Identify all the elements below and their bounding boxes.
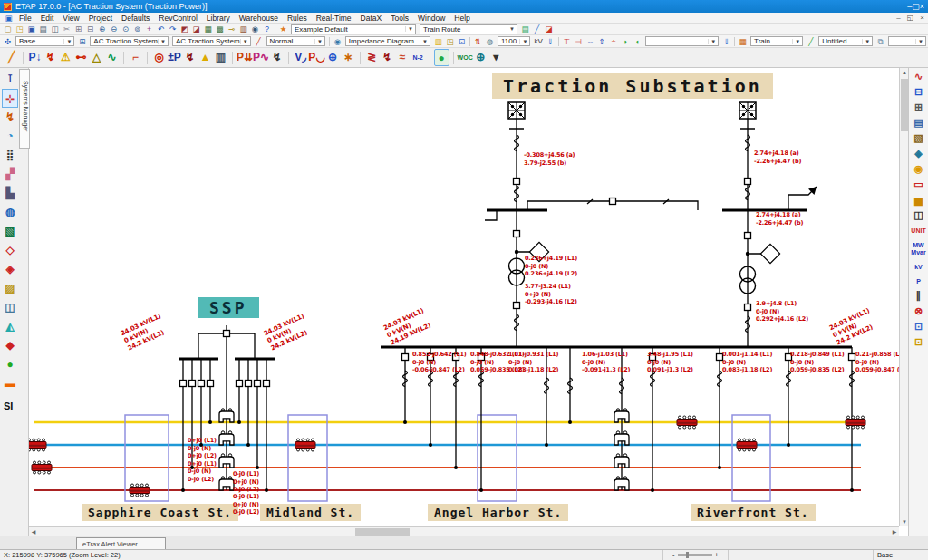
copy-icon[interactable]: ⊞: [72, 24, 84, 34]
globe-view-icon[interactable]: ◍: [2, 203, 18, 222]
edit-tool-icon[interactable]: ╱: [4, 49, 19, 66]
dot-matrix-icon[interactable]: ⣿: [2, 146, 18, 165]
menu-project[interactable]: Project: [84, 14, 117, 23]
pie-view-icon[interactable]: ◔: [2, 127, 18, 146]
monitor-icon[interactable]: ◫: [911, 208, 927, 222]
route-profile-icon[interactable]: ∿: [911, 70, 927, 83]
chevron-down-icon[interactable]: ▼: [405, 26, 415, 32]
voltage-stability-icon[interactable]: V◞: [293, 49, 308, 66]
zoom-slider[interactable]: - +: [663, 550, 729, 560]
globe-icon[interactable]: ⊕: [473, 49, 488, 66]
grid-icon[interactable]: ▦: [202, 24, 214, 34]
redo-icon[interactable]: ↷: [167, 24, 179, 34]
stop-red-icon[interactable]: ⊗: [911, 304, 927, 318]
train-editor-icon[interactable]: ⊟: [911, 85, 927, 99]
chevron-down-icon[interactable]: ▼: [63, 39, 73, 44]
scroll-down-icon[interactable]: ▼: [900, 517, 908, 526]
contingency-icon[interactable]: N-2: [411, 49, 426, 66]
catenary-connectors[interactable]: [219, 409, 629, 490]
route-pin-icon[interactable]: ◈: [911, 147, 927, 160]
woc-icon[interactable]: WOC: [458, 49, 473, 66]
chevron-down-icon[interactable]: ▼: [314, 39, 324, 44]
new-icon[interactable]: ▢: [2, 24, 14, 34]
zoom-out-icon[interactable]: ⊖: [108, 24, 120, 34]
cut-icon[interactable]: ✂: [61, 24, 72, 34]
scroll-left-icon[interactable]: ◀: [29, 527, 38, 536]
blank-combo[interactable]: ▼: [645, 36, 720, 46]
align-mid-icon[interactable]: ⊣: [573, 36, 585, 47]
zoom-out-button[interactable]: -: [672, 551, 675, 559]
size-v-icon[interactable]: ⇕: [596, 36, 608, 47]
scrollbar-thumb[interactable]: [901, 79, 908, 131]
signal-red-icon[interactable]: ◆: [2, 336, 18, 355]
report-yellow-icon[interactable]: ⊡: [911, 335, 927, 349]
annotation-icon[interactable]: ▥: [432, 36, 444, 47]
maximize-button[interactable]: ▢: [912, 2, 920, 11]
find-icon[interactable]: ◉: [249, 24, 261, 34]
chevron-down-icon[interactable]: ▼: [792, 39, 802, 44]
oneline-icon[interactable]: ◩: [179, 24, 190, 34]
train-pair-icon[interactable]: ⊞: [911, 101, 927, 114]
train-combo[interactable]: Train▼: [750, 36, 803, 46]
dc-short-circuit-icon[interactable]: P∿: [253, 49, 269, 66]
composite-icon[interactable]: ◪: [190, 24, 202, 34]
transient-stability-icon[interactable]: ∿: [104, 49, 120, 66]
gradient-icon[interactable]: ◪: [543, 24, 555, 34]
chevron-down-icon[interactable]: ▼: [915, 39, 925, 44]
help-icon[interactable]: ?: [261, 24, 273, 34]
terrain-map-icon[interactable]: ▨: [2, 279, 18, 298]
calendar-icon[interactable]: ▥: [237, 24, 249, 34]
chevron-down-icon[interactable]: ▼: [420, 39, 430, 44]
theme-green-icon[interactable]: ◗: [620, 36, 632, 47]
edit-mode-icon[interactable]: ⊺: [2, 70, 18, 89]
utility-source[interactable]: [508, 102, 525, 119]
harmonic-icon[interactable]: △: [89, 49, 104, 66]
impedance-element-icon[interactable]: ∥: [911, 289, 927, 303]
menu-tools[interactable]: Tools: [386, 14, 413, 23]
chevron-down-icon[interactable]: ▼: [708, 39, 718, 44]
network-icon[interactable]: ⊞: [76, 36, 88, 47]
menu-file[interactable]: File: [14, 14, 36, 23]
append-icon[interactable]: ⇓: [720, 36, 732, 47]
study-pen-icon[interactable]: ╱: [805, 36, 817, 47]
open-icon[interactable]: ◳: [14, 24, 25, 34]
menu-window[interactable]: Window: [413, 14, 450, 23]
load-flow-icon[interactable]: P↓: [27, 49, 43, 66]
trash-icon[interactable]: ◭: [2, 317, 18, 336]
meter-diamond[interactable]: [760, 244, 779, 263]
bar-chart-icon[interactable]: ▅: [911, 193, 927, 207]
utility-source[interactable]: [740, 102, 756, 119]
blank-combo-2[interactable]: ▼: [888, 36, 926, 46]
power-quality-icon[interactable]: P◡: [308, 49, 324, 66]
menu-edit[interactable]: Edit: [36, 14, 59, 23]
align-top-icon[interactable]: ⊤: [561, 36, 573, 47]
distribute-icon[interactable]: ÷: [608, 36, 620, 47]
theme-green2-icon[interactable]: ◖: [632, 36, 643, 47]
dc-load-flow-icon[interactable]: P⇊: [237, 49, 253, 66]
scroll-up-icon[interactable]: ▲: [900, 68, 908, 77]
route-edit-icon[interactable]: ◇: [2, 241, 18, 260]
route-edit2-icon[interactable]: ◈: [2, 260, 18, 279]
size-h-icon[interactable]: ⇔: [585, 36, 596, 47]
device-coordination-icon[interactable]: ⊕: [325, 49, 341, 66]
route-combo[interactable]: Train Route▼: [420, 24, 517, 34]
menu-warehouse[interactable]: Warehouse: [235, 14, 283, 23]
close-button[interactable]: ×: [920, 2, 924, 11]
etrax-icon[interactable]: ●: [434, 49, 450, 66]
palette-icon[interactable]: ▤: [519, 24, 531, 34]
train-toolbox-icon[interactable]: ▦: [737, 36, 749, 47]
curve-tool-icon[interactable]: ↯: [2, 108, 18, 127]
menu-revcontrol[interactable]: RevControl: [154, 14, 202, 23]
preview-icon[interactable]: ◫: [49, 24, 61, 34]
undo-icon[interactable]: ↶: [155, 24, 167, 34]
display-combo[interactable]: Impedance Diagram▼: [345, 36, 430, 46]
chevron-down-icon[interactable]: ▼: [240, 39, 250, 44]
signal-bar-icon[interactable]: ▬: [2, 374, 18, 393]
menu-rules[interactable]: Rules: [283, 14, 312, 23]
reliability-curve-icon[interactable]: ≈: [395, 49, 411, 66]
more-options-icon[interactable]: ▾: [488, 49, 504, 66]
media-player-icon[interactable]: ▭: [911, 178, 927, 191]
timetable-icon[interactable]: ▤: [911, 116, 927, 130]
pen-color-icon[interactable]: ╱: [531, 24, 543, 34]
menu-library[interactable]: Library: [202, 14, 235, 23]
